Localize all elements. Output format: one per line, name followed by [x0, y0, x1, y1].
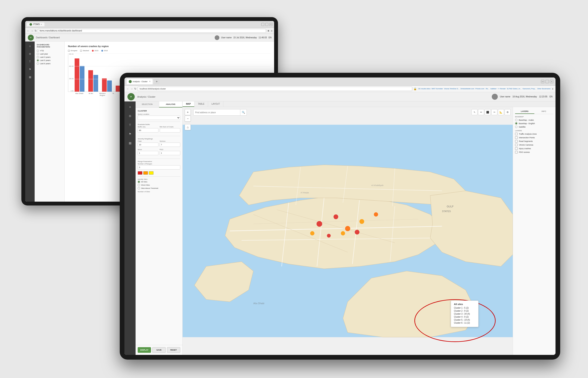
sidebar-menu-icon[interactable]: ≡ [27, 43, 33, 49]
front-close-icon[interactable]: × [550, 80, 553, 83]
map-tool-4[interactable]: ✂ [491, 109, 497, 115]
radio-sites-above-threshold[interactable]: Sites Above Threshold [138, 187, 180, 189]
radio-all-sites-btn[interactable] [138, 181, 140, 183]
refresh-btn[interactable]: ↻ [35, 29, 37, 32]
front-security-icon[interactable]: 🔒 [413, 87, 417, 90]
map-search-btn[interactable]: 🔍 [240, 109, 247, 116]
param-ytd-radio[interactable] [37, 50, 39, 52]
param-last-3-years[interactable]: Last 3 years [37, 56, 62, 58]
front-tab-close-icon[interactable]: × [149, 80, 151, 83]
front-active-tab[interactable]: Analysis - Cluster × [127, 79, 153, 84]
num-ranges-input[interactable] [138, 165, 180, 170]
minimize-icon[interactable] [261, 23, 264, 26]
tab-selection[interactable]: SELECTION [136, 101, 159, 108]
bookmark-8[interactable]: SLTND Globo | m... [507, 88, 522, 90]
bookmark-9[interactable]: Kansonel | Prop... [523, 88, 536, 90]
layer-traffic-analysis[interactable]: Traffic Analysis Zone [515, 133, 553, 135]
param-last-6-years-radio[interactable] [37, 63, 39, 65]
layer-pdo-scenes-cb[interactable] [515, 151, 518, 153]
param-last-5-years-radio[interactable] [37, 59, 39, 61]
layer-intersection-points-cb[interactable] [515, 136, 518, 139]
bookmark-2[interactable]: WNT Korrekter [432, 88, 443, 90]
basemap-satellite[interactable]: Satellite [515, 126, 553, 128]
front-menu-icon[interactable]: ≡ [552, 87, 553, 90]
bookmark-4[interactable]: Drinkdotbsfer.com [460, 88, 474, 90]
address-bar[interactable]: itsms.manufaktura.rs/dashboards-dashboar… [38, 29, 266, 33]
front-sidebar-grid-icon[interactable]: ▦ [127, 140, 133, 146]
param-last-3-years-radio[interactable] [37, 56, 39, 58]
tab-close-icon[interactable]: × [41, 23, 42, 26]
basemap-english[interactable]: BaseMap - English [515, 122, 553, 125]
front-sidebar-text-icon[interactable]: T [127, 122, 133, 128]
map-tool-5[interactable]: 📐 [498, 109, 504, 115]
tab-table[interactable]: TABLE [194, 101, 208, 107]
front-refresh-btn[interactable]: ↻ [134, 87, 136, 90]
tab-analysis[interactable]: ANALYSIS [159, 101, 183, 108]
color-box-red[interactable] [138, 171, 142, 175]
front-maximize-icon[interactable] [545, 80, 549, 83]
front-sidebar-flag-icon[interactable]: ⚑ [127, 131, 133, 137]
serious-input[interactable] [160, 143, 180, 147]
param-ytd[interactable]: YTD [37, 50, 62, 52]
front-address-bar[interactable]: localhost:3000/analysis-cluster [138, 87, 412, 91]
front-minimize-icon[interactable]: — [541, 80, 544, 83]
color-box-yellow[interactable] [149, 171, 153, 175]
back-btn[interactable]: ← [27, 29, 29, 32]
bookmark-1[interactable]: CE results dstcs [418, 88, 430, 90]
bookmark-5[interactable]: Priceie.com - Re... [475, 88, 489, 90]
bookmark-10[interactable]: Other Bookmarks [537, 88, 550, 90]
layer-vtronic-cameras-cb[interactable] [515, 144, 518, 146]
radio-sites-above-threshold-btn[interactable] [138, 187, 140, 189]
buffer-input[interactable] [138, 128, 158, 133]
basemap-arabic-radio[interactable] [515, 119, 517, 121]
minor-input[interactable] [138, 151, 158, 155]
color-box-orange[interactable] [143, 171, 148, 175]
layer-traffic-analysis-cb[interactable] [515, 133, 518, 135]
pdo-input[interactable] [160, 151, 180, 155]
fatal-input[interactable] [138, 143, 158, 147]
layer-intersection-points[interactable]: Intersection Points [515, 136, 553, 139]
bookmark-star-icon[interactable]: ★ [267, 29, 270, 32]
sidebar-flag-icon[interactable]: ⚑ [27, 66, 33, 72]
layer-pdo-scenes[interactable]: PDO scenes [515, 151, 553, 153]
back-browser-tab[interactable]: ITSMS × [27, 23, 44, 26]
forward-btn[interactable]: → [31, 29, 33, 32]
map-tool-2[interactable]: ✏ [478, 109, 484, 115]
bookmark-3[interactable]: Visona TchnDse D... [444, 88, 459, 90]
param-last-year[interactable]: Last year [37, 53, 62, 55]
reset-button[interactable]: RESET [167, 347, 180, 353]
sidebar-grid-icon[interactable]: ▦ [27, 74, 33, 80]
bookmark-6[interactable]: balibber [490, 88, 497, 90]
home-btn[interactable]: ⌂ [185, 124, 191, 130]
map-tool-1[interactable]: ↖ [472, 109, 477, 115]
map-tool-3[interactable]: ⬛ [485, 109, 491, 115]
front-forward-btn[interactable]: → [130, 87, 133, 90]
sidebar-gear-icon[interactable]: ⚙ [27, 51, 33, 57]
maximize-icon[interactable] [265, 23, 268, 26]
front-back-btn[interactable]: ← [127, 87, 129, 90]
basemap-arabic[interactable]: BaseMap - Arabic [515, 119, 553, 121]
layer-road-segments-cb[interactable] [515, 140, 518, 143]
radio-worst-sites[interactable]: Worst Sites [138, 184, 180, 186]
tab-info[interactable]: INFO [534, 109, 554, 114]
param-last-6-years[interactable]: Last 6 years [37, 63, 62, 65]
tab-layers[interactable]: LAYERS [515, 109, 534, 114]
bookmark-7[interactable]: ++ Render [498, 88, 506, 90]
basemap-english-radio[interactable] [515, 122, 517, 125]
display-button[interactable]: DISPLAY [138, 347, 151, 353]
map-search-input[interactable] [193, 109, 240, 116]
zoom-out-btn[interactable]: − [185, 116, 191, 122]
front-sidebar-gear-icon[interactable]: ⚙ [127, 113, 133, 120]
radio-all-sites[interactable]: All Sites [138, 181, 180, 183]
zoom-in-btn[interactable]: + [185, 109, 191, 115]
radio-worst-sites-btn[interactable] [138, 184, 140, 186]
close-window-icon[interactable]: × [269, 23, 272, 26]
layer-injury-crashes[interactable]: Injury crashes [515, 147, 553, 150]
sidebar-text-icon[interactable]: T [27, 59, 33, 65]
param-last-5-years[interactable]: Last 5 years [37, 59, 62, 61]
tab-layout[interactable]: LAYOUT [208, 101, 223, 107]
menu-icon[interactable]: ≡ [271, 29, 272, 32]
front-sidebar-menu-icon[interactable]: ≡ [127, 104, 133, 110]
query-location-select[interactable] [138, 116, 180, 120]
save-button[interactable]: SAVE [152, 347, 166, 353]
